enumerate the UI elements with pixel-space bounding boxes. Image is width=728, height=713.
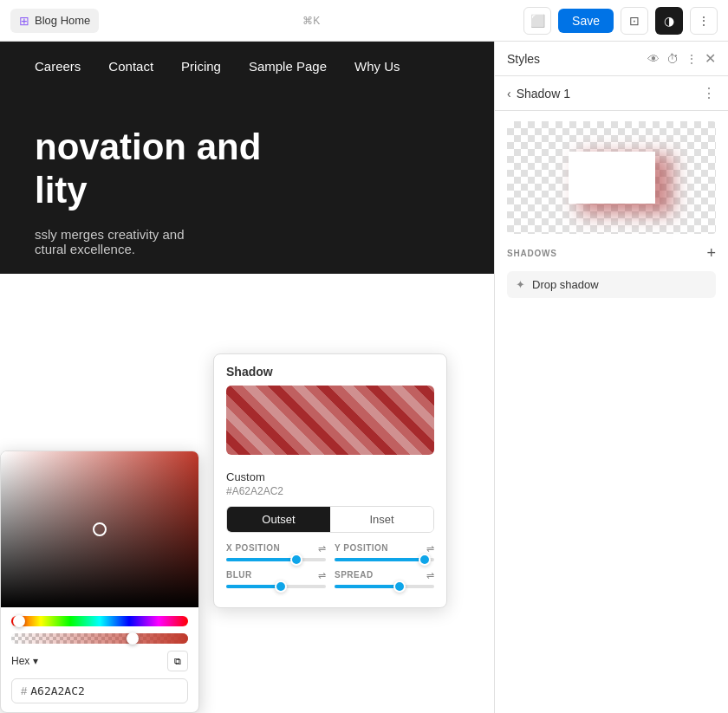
panel-header-icons: 👁 ⏱ ⋮ ✕ — [647, 50, 716, 67]
x-position-track[interactable] — [226, 558, 326, 561]
blur-wrapper: BLUR ⇌ — [226, 570, 326, 597]
blur-label: BLUR — [226, 570, 252, 581]
chevron-down-icon: ▾ — [33, 655, 38, 667]
nav-why-us[interactable]: Why Us — [354, 59, 400, 74]
inset-button[interactable]: Inset — [330, 507, 433, 532]
more-menu-button[interactable]: ⋮ — [690, 7, 718, 35]
spread-wrapper: SPREAD ⇌ — [335, 570, 434, 597]
spread-adjust-icon[interactable]: ⇌ — [426, 570, 434, 581]
spread-track[interactable] — [335, 585, 434, 588]
blur-adjust-icon[interactable]: ⇌ — [318, 570, 326, 581]
y-adjust-icon[interactable]: ⇌ — [426, 543, 434, 554]
hex-hash: # — [21, 684, 27, 697]
y-position-track[interactable] — [335, 558, 434, 561]
top-bar-actions: ⬜ Save ⊡ ◑ ⋮ — [523, 7, 718, 35]
back-button[interactable]: ‹ — [507, 87, 511, 100]
history-icon[interactable]: ⏱ — [666, 52, 679, 66]
x-position-wrapper: X POSITION ⇌ — [226, 543, 326, 570]
blur-track[interactable] — [226, 585, 326, 588]
hue-thumb — [13, 615, 25, 627]
hex-input[interactable] — [30, 684, 179, 697]
shadow-preview-box — [569, 152, 655, 204]
y-position-thumb — [419, 554, 431, 566]
shadow-sliders: X POSITION ⇌ Y POSITION ⇌ — [214, 543, 446, 607]
hex-label-text: Hex — [11, 655, 29, 667]
layout-icon: ⊞ — [19, 14, 29, 28]
shadow-popup: Shadow Custom #A62A2AC2 Outset Inset X P… — [213, 353, 447, 608]
picker-cursor — [93, 522, 107, 536]
gradient-picker[interactable] — [1, 451, 198, 607]
spread-thumb — [393, 580, 406, 593]
more-options-icon[interactable]: ⋮ — [686, 52, 698, 66]
monitor-button[interactable]: ⬜ — [523, 7, 551, 35]
top-bar: ⊞ Blog Home ⌘K ⬜ Save ⊡ ◑ ⋮ — [0, 0, 728, 42]
hex-format-selector[interactable]: Hex ▾ — [11, 655, 38, 667]
more-icon: ⋮ — [698, 14, 710, 28]
blur-thumb — [275, 580, 287, 593]
drop-shadow-item[interactable]: ✦ Drop shadow — [507, 271, 716, 298]
shadows-section: SHADOWS + ✦ Drop shadow — [495, 244, 728, 298]
close-panel-button[interactable]: ✕ — [705, 50, 716, 67]
back-row: ‹ Shadow 1 ⋮ — [495, 76, 728, 111]
shadow-type-toggle: Outset Inset — [226, 506, 434, 533]
drop-shadow-label: Drop shadow — [532, 278, 599, 291]
blur-fill — [226, 585, 281, 588]
shadow-popup-title: Shadow — [214, 354, 446, 386]
shadow-preview-container — [507, 121, 716, 234]
spread-fill — [335, 585, 400, 588]
spread-label: SPREAD — [335, 570, 374, 581]
nav-contact[interactable]: Contact — [108, 59, 153, 74]
preview-nav: Careers Contact Pricing Sample Page Why … — [0, 42, 494, 91]
hex-row: Hex ▾ ⧉ — [11, 651, 188, 671]
hero-subtitle: ssly merges creativity andctural excelle… — [35, 227, 260, 256]
y-position-fill — [335, 558, 425, 561]
hero-title: novation and lity — [35, 126, 459, 213]
opacity-gradient — [11, 633, 188, 644]
y-position-wrapper: Y POSITION ⇌ — [335, 543, 434, 570]
shadows-label: SHADOWS — [507, 249, 557, 258]
panel-header: Styles 👁 ⏱ ⋮ ✕ — [495, 42, 728, 76]
y-position-label: Y POSITION — [335, 543, 388, 554]
picker-controls: Hex ▾ ⧉ # — [1, 607, 198, 712]
x-position-fill — [226, 558, 296, 561]
copy-icon: ⧉ — [174, 656, 181, 667]
shadow-color-preview[interactable] — [226, 386, 434, 455]
monitor-icon: ⬜ — [530, 14, 545, 28]
nav-pricing[interactable]: Pricing — [181, 59, 221, 74]
shadow-back-title: Shadow 1 — [517, 87, 570, 100]
hex-input-container[interactable]: # — [11, 678, 188, 703]
contrast-button[interactable]: ◑ — [655, 7, 683, 35]
eye-icon[interactable]: 👁 — [647, 52, 660, 66]
spread-label-row: SPREAD ⇌ — [335, 570, 434, 581]
blur-label-row: BLUR ⇌ — [226, 570, 326, 581]
hue-slider[interactable] — [11, 616, 188, 626]
position-sliders: X POSITION ⇌ Y POSITION ⇌ — [226, 543, 434, 570]
drop-shadow-icon: ✦ — [516, 278, 525, 291]
x-position-label-row: X POSITION ⇌ — [226, 543, 326, 554]
shadow-color-name: Custom — [214, 463, 446, 485]
shadow-more-icon[interactable]: ⋮ — [702, 85, 716, 101]
right-panel: Styles 👁 ⏱ ⋮ ✕ ‹ Shadow 1 ⋮ SHADOWS + — [494, 42, 728, 713]
nav-sample-page[interactable]: Sample Page — [249, 59, 327, 74]
x-position-thumb — [290, 554, 302, 566]
preview-hero: novation and lity ssly merges creativity… — [0, 91, 494, 274]
opacity-slider[interactable] — [11, 633, 188, 644]
color-picker[interactable]: Hex ▾ ⧉ # — [0, 450, 199, 713]
main-area: Careers Contact Pricing Sample Page Why … — [0, 42, 728, 713]
shadows-header: SHADOWS + — [507, 244, 716, 263]
panel-title: Styles — [507, 52, 540, 66]
blog-home-tab[interactable]: ⊞ Blog Home — [10, 9, 99, 33]
x-position-label: X POSITION — [226, 543, 280, 554]
save-button[interactable]: Save — [558, 9, 614, 33]
keyboard-shortcut: ⌘K — [297, 13, 325, 29]
add-shadow-button[interactable]: + — [706, 244, 716, 263]
x-adjust-icon[interactable]: ⇌ — [318, 543, 326, 554]
copy-hex-button[interactable]: ⧉ — [167, 651, 188, 671]
layout-toggle-button[interactable]: ⊡ — [621, 7, 648, 35]
outset-button[interactable]: Outset — [227, 507, 330, 532]
nav-careers[interactable]: Careers — [35, 59, 81, 74]
layout-icon: ⊡ — [629, 14, 640, 28]
shadow-color-hex: #A62A2AC2 — [214, 485, 446, 506]
opacity-thumb — [127, 632, 139, 645]
blur-spread-sliders: BLUR ⇌ SPREAD ⇌ — [226, 570, 434, 597]
